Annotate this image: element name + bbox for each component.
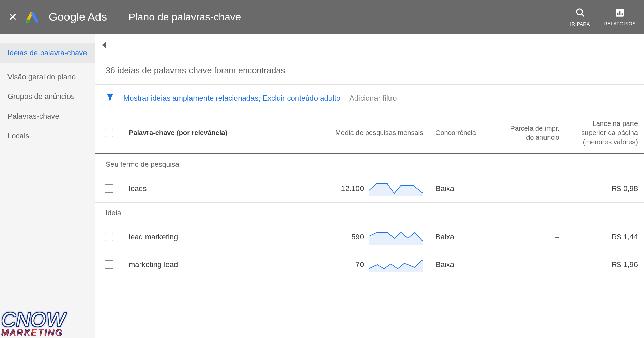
sparkline-chart: [369, 230, 423, 245]
google-ads-logo-icon: [25, 10, 39, 24]
sparkline-chart: [369, 257, 423, 272]
cell-impression-share: –: [497, 253, 566, 276]
bar-chart-icon: [615, 8, 625, 19]
brand-first: Google: [49, 11, 86, 23]
section-idea: Ideia: [95, 203, 644, 223]
sidebar-item-label: Visão geral do plano: [7, 73, 76, 81]
svg-point-0: [26, 19, 30, 23]
sidebar-item-locations[interactable]: Locais: [0, 126, 95, 146]
svg-line-2: [581, 14, 584, 17]
cell-competition: Baixa: [429, 178, 497, 199]
cell-keyword: marketing lead: [123, 254, 327, 275]
cell-competition: Baixa: [429, 226, 497, 248]
reports-action[interactable]: RELATÓRIOS: [604, 8, 636, 26]
active-filter-link[interactable]: Mostrar ideias amplamente relacionadas; …: [123, 94, 340, 103]
col-searches[interactable]: Média de pesquisas mensais: [327, 112, 429, 153]
chevron-left-icon: [102, 42, 106, 48]
row-checkbox[interactable]: [105, 233, 113, 241]
cell-bid: R$ 1,44: [566, 226, 644, 248]
sidebar-item-ad-groups[interactable]: Grupos de anúncios: [0, 87, 95, 106]
add-filter-link[interactable]: Adicionar filtro: [349, 94, 397, 103]
sparkline-chart: [369, 181, 423, 196]
sidebar-item-keywords[interactable]: Palavras-chave: [0, 106, 95, 126]
table-row: lead marketing 590 Baixa – R$ 1,44: [95, 223, 644, 251]
app-header: ✕ GoogleAds Plano de palavras-chave IR P…: [0, 0, 644, 34]
table-row: marketing lead 70 Baixa – R$ 1,96: [95, 251, 644, 278]
cell-keyword: leads: [123, 178, 327, 199]
table-header: Palavra-chave (por relevância) Média de …: [95, 112, 644, 154]
cell-keyword: lead marketing: [123, 226, 327, 248]
close-icon[interactable]: ✕: [8, 11, 17, 24]
reports-label: RELATÓRIOS: [604, 21, 636, 26]
table-row: leads 12.100 Baixa – R$ 0,98: [95, 175, 644, 203]
filter-icon[interactable]: [106, 93, 114, 104]
svg-rect-6: [622, 13, 623, 15]
filter-bar: Mostrar ideias amplamente relacionadas; …: [95, 84, 644, 112]
ideas-found-text: 36 ideias de palavras-chave foram encont…: [95, 56, 644, 84]
sidebar: Ideias de palavra-chave Visão geral do p…: [0, 34, 95, 338]
sidebar-item-keyword-ideas[interactable]: Ideias de palavra-chave: [0, 43, 95, 63]
select-all-cell: [95, 112, 123, 153]
main-content: 36 ideias de palavras-chave foram encont…: [95, 34, 644, 338]
sidebar-item-label: Grupos de anúncios: [7, 92, 75, 101]
cell-searches: 12.100: [327, 175, 429, 202]
svg-rect-4: [617, 13, 619, 15]
header-actions: IR PARA RELATÓRIOS: [570, 8, 636, 27]
cell-competition: Baixa: [429, 254, 497, 275]
sidebar-item-label: Ideias de palavra-chave: [7, 48, 87, 57]
brand-text: GoogleAds: [49, 11, 107, 24]
cell-bid: R$ 0,98: [566, 177, 644, 200]
searches-value: 70: [356, 260, 364, 270]
page-title: Plano de palavras-chave: [128, 11, 241, 23]
cell-searches: 70: [327, 251, 429, 278]
sidebar-separator: [7, 65, 88, 65]
col-keyword[interactable]: Palavra-chave (por relevância): [123, 112, 327, 153]
svg-rect-5: [619, 11, 621, 15]
goto-label: IR PARA: [570, 21, 590, 27]
cell-impression-share: –: [497, 177, 566, 200]
search-icon: [575, 8, 585, 19]
separator: [118, 10, 118, 24]
col-competition[interactable]: Concorrência: [429, 112, 497, 153]
cell-searches: 590: [327, 223, 429, 251]
svg-point-1: [576, 9, 582, 15]
sidebar-item-label: Palavras-chave: [7, 112, 59, 120]
col-impression-share[interactable]: Parcela de impr. do anúncio: [497, 112, 566, 153]
cell-bid: R$ 1,96: [566, 253, 644, 276]
goto-action[interactable]: IR PARA: [570, 8, 590, 27]
sidebar-item-label: Locais: [7, 132, 29, 140]
cell-impression-share: –: [497, 226, 566, 248]
searches-value: 590: [351, 232, 364, 242]
brand-second: Ads: [88, 11, 107, 23]
col-bid-low[interactable]: Lance na parte superior da página (menor…: [566, 112, 644, 153]
searches-value: 12.100: [341, 183, 364, 194]
collapse-sidebar-button[interactable]: [95, 34, 112, 56]
sidebar-item-plan-overview[interactable]: Visão geral do plano: [0, 67, 95, 87]
row-checkbox[interactable]: [105, 260, 113, 269]
section-your-search-term: Seu termo de pesquisa: [95, 154, 644, 175]
row-checkbox[interactable]: [105, 184, 113, 193]
select-all-checkbox[interactable]: [105, 129, 113, 137]
